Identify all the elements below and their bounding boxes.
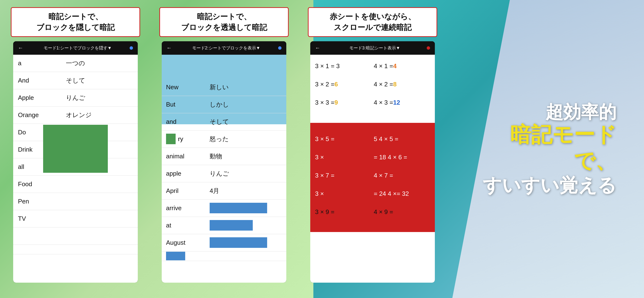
- math-3x-24: 3 ×: [315, 190, 324, 198]
- p2-right-but: しかし: [207, 100, 286, 109]
- p2-bottom-blue-partial: [166, 252, 185, 260]
- vocab-right-3: オレンジ: [61, 111, 138, 119]
- math-4x1-val: 4: [393, 62, 396, 70]
- p2-vocab-new: New 新しい: [162, 79, 286, 96]
- vocab-row-8: Pen: [13, 193, 138, 210]
- math-4x7: 4 × 7 =: [374, 172, 393, 179]
- vocab-right-2: りんご: [61, 94, 138, 102]
- panel2-title-badge: 暗記シートで、 ブロックを透過して暗記: [159, 7, 289, 37]
- math-3x5: 3 × 5 =: [315, 135, 334, 143]
- math-row-3: 3 × = 12 4 × 4 =: [315, 112, 430, 130]
- p2-right-animal: 動物: [207, 152, 286, 161]
- math-col1-1: 3 × 2 = 6: [315, 81, 371, 88]
- math-row-6: 3 × 7 = 4 × 7 =: [315, 167, 430, 185]
- math-row-0: 3 × 1 = 3 4 × 1 = 4: [315, 57, 430, 75]
- panel2-header-dot: [278, 46, 282, 50]
- math-4x3-val: 12: [393, 99, 400, 106]
- math-col1-7: 3 ×: [315, 190, 371, 198]
- panel1-header-dot: [130, 46, 133, 50]
- p2-right-new: 新しい: [207, 83, 286, 91]
- panel3-title-line2: スクロールで連続暗記: [316, 22, 429, 33]
- math-col2-7: = 24 4 × = 32: [374, 190, 430, 198]
- math-3x3-val: 9: [334, 99, 338, 106]
- green-overlay-block: [43, 125, 108, 173]
- panel2-phone: ← モード2:シートでブロックを表示▼ New 新しい: [162, 41, 286, 283]
- spacer-top: [162, 55, 286, 79]
- math-4x2-val: 8: [393, 81, 396, 88]
- math-3x1: 3 × 1 = 3: [315, 62, 340, 70]
- p2-right-apple: りんご: [207, 169, 286, 178]
- vocab-row-9: TV: [13, 210, 138, 227]
- panel1-title-line1: 暗記シートで、: [19, 11, 132, 22]
- p2-blue-bar-at: [210, 220, 253, 231]
- math-col1-5: 3 ×: [315, 154, 371, 161]
- p2-vocab-apple: apple りんご: [162, 165, 286, 182]
- panel1-title-text: 暗記シートで、 ブロックを隠して暗記: [19, 11, 132, 33]
- panel1-container: 暗記シートで、 ブロックを隠して暗記 ← モード1:シートでブロックを隠す▼ a…: [5, 7, 146, 283]
- panel3-back-arrow[interactable]: ←: [315, 45, 320, 51]
- math-4x1-base: 4 × 1 =: [374, 62, 393, 70]
- math-row-2: 3 × 3 = 9 4 × 3 = 12: [315, 94, 430, 112]
- panel3-title-text: 赤シートを使いながら、 スクロールで連続暗記: [316, 11, 429, 33]
- vocab-left-2: Apple: [13, 94, 61, 101]
- vocab-left-0: a: [13, 60, 61, 67]
- math-3x-18: 3 ×: [315, 154, 324, 161]
- panel1-title-badge: 暗記シートで、 ブロックを隠して暗記: [11, 7, 140, 37]
- content-wrapper: 暗記シートで、 ブロックを隠して暗記 ← モード1:シートでブロックを隠す▼ a…: [0, 0, 644, 298]
- math-row-7: 3 × = 24 4 × = 32: [315, 185, 430, 203]
- vocab-left-3: Orange: [13, 111, 61, 119]
- panel3-title-line1: 赤シートを使いながら、: [316, 11, 429, 22]
- p2-left-august: August: [162, 239, 207, 246]
- p2-right-and: そして: [207, 117, 286, 126]
- vocab-right-1: そして: [61, 76, 138, 85]
- math-4x6-18: = 18 4 × 6 =: [374, 154, 407, 161]
- vocab-right-0: 一つの: [61, 59, 138, 67]
- panel2-back-arrow[interactable]: ←: [166, 45, 172, 51]
- panel1-phone: ← モード1:シートでブロックを隠す▼ a 一つの And そして A: [13, 41, 138, 283]
- right-text-line2-span: 暗記モード: [510, 123, 616, 146]
- math-col1-2: 3 × 3 = 9: [315, 99, 371, 106]
- math-row-1: 3 × 2 = 6 4 × 2 = 8: [315, 75, 430, 94]
- math-col1-3: 3 ×: [315, 117, 371, 124]
- math-4x3-base: 4 × 3 =: [374, 99, 393, 106]
- math-col1-0: 3 × 1 = 3: [315, 62, 371, 70]
- p2-vocab-april: April 4月: [162, 182, 286, 200]
- math-row-8: 3 × 9 = 4 × 9 =: [315, 203, 430, 221]
- p2-left-april: April: [162, 187, 207, 195]
- panel1-back-arrow[interactable]: ←: [18, 45, 23, 51]
- p2-left-animal: animal: [162, 153, 207, 160]
- math-4x9: 4 × 9 =: [374, 208, 393, 216]
- panel1-phone-content: a 一つの And そして Apple りんご Orange オレンジ: [13, 55, 138, 283]
- panel3-phone: ← モード3:暗記シート表示▼ 3 × 1 = 3: [310, 41, 435, 283]
- math-col2-6: 4 × 7 =: [374, 172, 430, 179]
- vocab-row-2: Apple りんご: [13, 89, 138, 106]
- vocab-row-3: Orange オレンジ: [13, 106, 138, 124]
- panel2-phone-header: ← モード2:シートでブロックを表示▼: [162, 41, 286, 55]
- p2-vocab-but: But しかし: [162, 96, 286, 113]
- panel2-title-text: 暗記シートで、 ブロックを透過して暗記: [167, 11, 281, 33]
- math-col2-2: 4 × 3 = 12: [374, 99, 430, 106]
- p2-vocab-angry: ry 怒った: [162, 130, 286, 148]
- p2-left-angry: ry: [178, 135, 183, 143]
- math-3x2-base: 3 × 2 =: [315, 81, 334, 88]
- right-text-block: 超効率的 暗記モード で、 すいすい覚える: [483, 102, 616, 196]
- vocab-left-7: Food: [13, 181, 61, 188]
- math-col2-8: 4 × 9 =: [374, 208, 430, 216]
- vocab-row-6: all: [13, 158, 138, 176]
- panel2-title-line1: 暗記シートで、: [167, 11, 281, 22]
- math-col2-4: 5 4 × 5 =: [374, 135, 430, 143]
- vocab-row-1: And そして: [13, 72, 138, 89]
- math-4x4-3: = 12 4 × 4 =: [374, 117, 407, 124]
- p2-blue-bar-august: [210, 237, 267, 248]
- panel1-phone-header: ← モード1:シートでブロックを隠す▼: [13, 41, 138, 55]
- right-text-line1: 超効率的: [483, 102, 616, 122]
- p2-green-block: [166, 134, 176, 144]
- p2-vocab-august: August: [162, 234, 286, 251]
- panel2-container: 暗記シートで、 ブロックを透過して暗記 ← モード2:シートでブロックを表示▼: [153, 7, 295, 283]
- vocab-left-9: TV: [13, 215, 61, 222]
- panel3-title-badge: 赤シートを使いながら、 スクロールで連続暗記: [308, 7, 437, 37]
- math-col1-4: 3 × 5 =: [315, 135, 371, 143]
- p2-left-at: at: [162, 222, 207, 229]
- panel2-title-line2: ブロックを透過して暗記: [167, 22, 281, 33]
- math-eq32: = 32: [396, 190, 409, 198]
